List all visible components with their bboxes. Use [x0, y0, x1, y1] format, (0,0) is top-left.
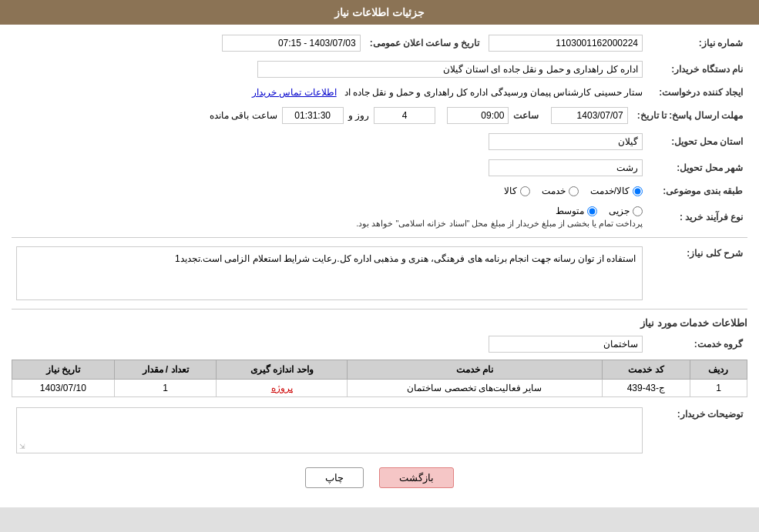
days-label: روز و [348, 110, 369, 121]
category-radio-group: کالا/خدمت خدمت کالا [16, 186, 643, 196]
services-section-title: اطلاعات خدمات مورد نیاز [12, 317, 747, 329]
purchase-note: پرداخت تمام یا بخشی از مبلغ خریدار از مب… [16, 219, 643, 229]
page-title: جزئیات اطلاعات نیاز [334, 6, 425, 18]
requester-label: ایجاد کننده درخواست: [647, 85, 747, 100]
category-kala-label: کالا [504, 186, 517, 196]
time-label: ساعت [513, 110, 539, 121]
category-kala-khadamat-label: کالا/خدمت [590, 186, 630, 196]
need-number-label: شماره نیاز: [647, 32, 747, 54]
category-khadamat[interactable]: خدمت [542, 186, 579, 196]
action-buttons: بازگشت چاپ [12, 467, 747, 488]
buyer-notes-label: توضیحات خریدار: [647, 405, 747, 456]
purchase-motavasset-label: متوسط [556, 206, 584, 216]
col-service-code: کد خدمت [602, 360, 690, 380]
back-button[interactable]: بازگشت [379, 467, 454, 488]
buyer-org-value: اداره کل راهداری و حمل و نقل جاده ای است… [257, 61, 643, 78]
deadline-time: 09:00 [447, 107, 509, 124]
purchase-motavasset[interactable]: متوسط [556, 206, 597, 216]
buyer-notes-box[interactable]: ⇲ [16, 407, 643, 453]
buyer-notes-resize-icon: ⇲ [19, 443, 25, 450]
deadline-days: 4 [374, 107, 435, 124]
category-kala-khadamat[interactable]: کالا/خدمت [590, 186, 643, 196]
category-kala-radio[interactable] [520, 186, 530, 196]
purchase-motavasset-radio[interactable] [587, 206, 597, 216]
city-label: شهر محل تحویل: [647, 157, 747, 179]
description-label: شرح کلی نیاز: [647, 244, 747, 303]
col-row-num: ردیف [690, 360, 747, 380]
announce-date-value: 1403/07/03 - 07:15 [222, 35, 361, 52]
page-header: جزئیات اطلاعات نیاز [0, 0, 759, 25]
col-quantity: تعداد / مقدار [114, 360, 217, 380]
deadline-date: 1403/07/07 [551, 107, 628, 124]
province-value: گیلان [489, 133, 643, 150]
cell-need-date: 1403/07/10 [12, 380, 115, 397]
divider2 [12, 309, 747, 309]
description-value: استفاده از توان رسانه جهت انجام برنامه ه… [16, 246, 643, 300]
remaining-label: ساعت باقی مانده [210, 110, 277, 121]
print-button[interactable]: چاپ [305, 467, 364, 488]
province-label: استان محل تحویل: [647, 131, 747, 152]
buyer-org-label: نام دستگاه خریدار: [647, 59, 747, 80]
category-kala-khadamat-radio[interactable] [633, 186, 643, 196]
service-group-value: ساختمان [489, 336, 643, 353]
purchase-type-radio-group: جزیی متوسط [16, 206, 643, 216]
deadline-label: مهلت ارسال پاسخ: تا تاریخ: [633, 105, 747, 126]
services-table: ردیف کد خدمت نام خدمت واحد اندازه گیری ت… [12, 360, 747, 397]
announce-date-label: تاریخ و ساعت اعلان عمومی: [365, 32, 484, 54]
need-number-value: 1103001162000224 [489, 35, 643, 52]
city-value: رشت [489, 159, 643, 176]
col-unit: واحد اندازه گیری [217, 360, 348, 380]
cell-service-name: سایر فعالیت‌های تخصصی ساختمان [348, 380, 603, 397]
divider1 [12, 237, 747, 238]
purchase-type-label: نوع فرآیند خرید : [647, 203, 747, 231]
requester-contact-link[interactable]: اطلاعات تماس خریدار [252, 87, 337, 98]
cell-service-code: ج-43-439 [602, 380, 690, 397]
deadline-remaining: 01:31:30 [282, 107, 344, 124]
purchase-jozi-radio[interactable] [633, 206, 643, 216]
category-khadamat-radio[interactable] [569, 186, 579, 196]
table-row: 1 ج-43-439 سایر فعالیت‌های تخصصی ساختمان… [12, 380, 747, 397]
col-need-date: تاریخ نیاز [12, 360, 115, 380]
purchase-jozi[interactable]: جزیی [609, 206, 643, 216]
col-service-name: نام خدمت [348, 360, 603, 380]
category-label: طبقه بندی موضوعی: [647, 183, 747, 199]
deadline-row: 1403/07/07 ساعت 09:00 4 روز و 01:31:30 س… [16, 107, 628, 124]
requester-value: ستار حسینی کارشناس پیمان ورسیدگی اداره ک… [344, 87, 643, 98]
cell-quantity: 1 [114, 380, 217, 397]
cell-row-num: 1 [690, 380, 747, 397]
category-kala[interactable]: کالا [504, 186, 530, 196]
cell-unit[interactable]: پروژه [217, 380, 348, 397]
service-group-label: گروه خدمت: [647, 333, 747, 355]
category-khadamat-label: خدمت [542, 186, 566, 196]
purchase-jozi-label: جزیی [609, 206, 630, 216]
